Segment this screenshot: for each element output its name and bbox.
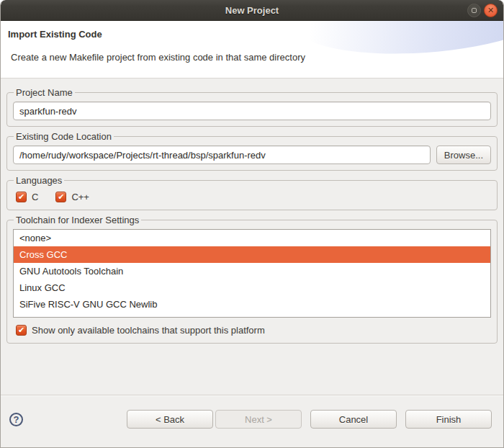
window-controls: ✕ [467, 0, 498, 21]
code-location-legend: Existing Code Location [14, 131, 114, 142]
checkbox-checked-icon: ✔ [16, 192, 27, 202]
checkbox-checked-icon: ✔ [55, 192, 66, 202]
maximize-icon [472, 8, 477, 13]
languages-legend: Languages [14, 175, 64, 186]
maximize-button[interactable] [467, 4, 481, 17]
toolchain-legend: Toolchain for Indexer Settings [14, 215, 141, 225]
project-name-group: Project Name [6, 87, 498, 127]
code-location-input[interactable] [13, 145, 431, 164]
back-button[interactable]: < Back [127, 410, 213, 429]
show-only-available-label: Show only available toolchains that supp… [32, 325, 265, 336]
window-title: New Project [1, 5, 503, 16]
new-project-dialog: New Project ✕ Import Existing Code Creat… [0, 0, 504, 448]
help-icon: ? [14, 415, 19, 424]
cancel-button[interactable]: Cancel [310, 410, 397, 429]
toolchain-group: Toolchain for Indexer Settings <none> Cr… [6, 215, 498, 344]
toolchain-item-linux-gcc[interactable]: Linux GCC [14, 279, 490, 296]
languages-group: Languages ✔ C ✔ C++ [6, 175, 498, 210]
wizard-header: Import Existing Code Create a new Makefi… [1, 21, 503, 79]
code-location-group: Existing Code Location Browse... [6, 131, 498, 171]
close-icon: ✕ [487, 6, 494, 14]
next-button[interactable]: Next > [215, 410, 302, 429]
toolchain-item-gnu-autotools[interactable]: GNU Autotools Toolchain [14, 263, 490, 279]
browse-button[interactable]: Browse... [436, 145, 491, 164]
wizard-nav-buttons: < Back Next > Cancel Finish [127, 410, 492, 429]
page-title: Import Existing Code [8, 29, 503, 40]
toolchain-list[interactable]: <none> Cross GCC GNU Autotools Toolchain… [13, 229, 491, 318]
wizard-button-bar: ? < Back Next > Cancel Finish [1, 395, 503, 447]
show-only-available-checkbox[interactable]: ✔ Show only available toolchains that su… [16, 325, 265, 336]
page-subtitle: Create a new Makefile project from exist… [11, 52, 503, 63]
project-name-input[interactable] [13, 102, 491, 120]
language-cpp-checkbox[interactable]: ✔ C++ [55, 192, 89, 202]
language-c-label: C [32, 192, 38, 202]
wizard-content: Project Name Existing Code Location Brow… [1, 79, 503, 344]
finish-button[interactable]: Finish [405, 410, 492, 429]
checkbox-checked-icon: ✔ [16, 325, 27, 336]
toolchain-item-none[interactable]: <none> [14, 230, 490, 246]
help-button[interactable]: ? [9, 413, 23, 426]
toolchain-item-sifive-riscv[interactable]: SiFive RISC-V GNU GCC Newlib [14, 296, 490, 313]
window-titlebar[interactable]: New Project ✕ [1, 0, 503, 21]
language-c-checkbox[interactable]: ✔ C [16, 192, 38, 202]
project-name-legend: Project Name [14, 87, 75, 98]
language-cpp-label: C++ [71, 192, 89, 202]
close-button[interactable]: ✕ [484, 4, 498, 17]
toolchain-item-cross-gcc[interactable]: Cross GCC [14, 246, 490, 263]
